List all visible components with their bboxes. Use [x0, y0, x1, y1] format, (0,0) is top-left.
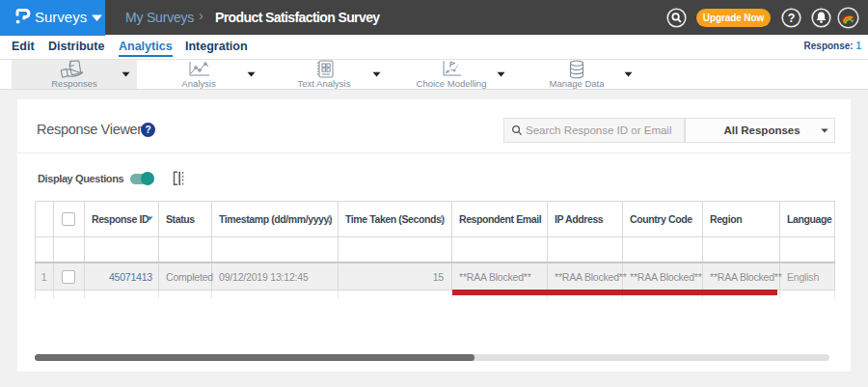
svg-text:?: ?: [145, 124, 150, 135]
svg-text:?: ?: [788, 12, 796, 25]
